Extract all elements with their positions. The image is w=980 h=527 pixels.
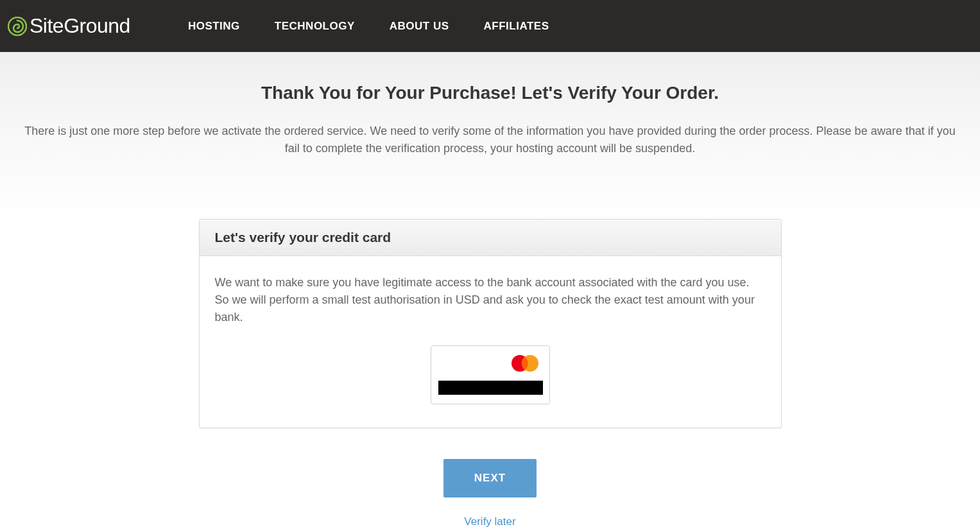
page-subtitle: There is just one more step before we ac… [19,123,962,157]
siteground-icon [8,17,27,36]
main-header: SiteGround HOSTING TECHNOLOGY ABOUT US A… [0,0,980,52]
next-button[interactable]: NEXT [443,459,537,497]
verify-card-panel: Let's verify your credit card We want to… [199,219,782,428]
nav-hosting[interactable]: HOSTING [188,20,240,33]
card-title: Let's verify your credit card [215,230,766,245]
nav-about-us[interactable]: ABOUT US [390,20,449,33]
mastercard-icon [510,354,540,376]
card-body: We want to make sure you have legitimate… [200,256,781,428]
main-nav: HOSTING TECHNOLOGY ABOUT US AFFILIATES [188,20,549,33]
card-number-strip [438,381,543,395]
actions-container: NEXT Verify later [0,459,980,527]
nav-affiliates[interactable]: AFFILIATES [484,20,549,33]
main-content: Thank You for Your Purchase! Let's Verif… [9,52,972,157]
logo[interactable]: SiteGround [8,14,130,38]
verify-later-link[interactable]: Verify later [0,515,980,527]
page-title: Thank You for Your Purchase! Let's Verif… [19,83,962,103]
card-body-text: We want to make sure you have legitimate… [215,274,766,326]
nav-technology[interactable]: TECHNOLOGY [275,20,355,33]
logo-text: SiteGround [30,14,130,38]
card-header: Let's verify your credit card [200,220,781,256]
credit-card-display [431,345,550,404]
